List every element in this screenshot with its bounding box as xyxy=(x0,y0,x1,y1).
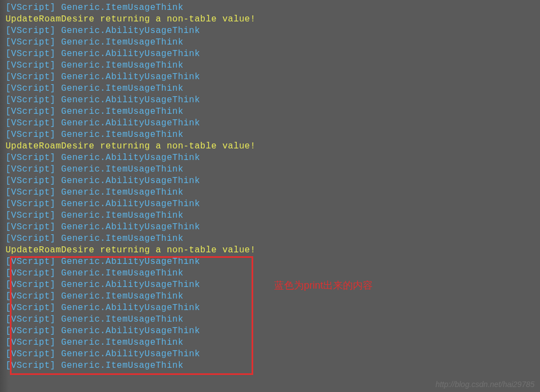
console-line: [VScript] Generic.ItemUsageThink xyxy=(6,268,540,279)
vscript-message: Generic.ItemUsageThink xyxy=(61,60,183,70)
console-line: [VScript] Generic.AbilityUsageThink xyxy=(6,71,540,83)
console-line: [VScript] Generic.AbilityUsageThink xyxy=(6,118,540,129)
vscript-message: Generic.AbilityUsageThink xyxy=(61,326,200,336)
vscript-tag: [VScript] xyxy=(6,84,56,93)
console-line: [VScript] Generic.ItemUsageThink xyxy=(6,164,540,175)
vscript-tag: [VScript] xyxy=(6,199,56,209)
vscript-tag: [VScript] xyxy=(6,257,56,267)
console-line: [VScript] Generic.AbilityUsageThink xyxy=(6,279,540,291)
console-line: [VScript] Generic.AbilityUsageThink xyxy=(6,325,540,337)
console-line: [VScript] Generic.AbilityUsageThink xyxy=(6,256,540,268)
vscript-message: Generic.AbilityUsageThink xyxy=(61,257,200,267)
vscript-tag: [VScript] xyxy=(6,222,56,232)
vscript-message: Generic.ItemUsageThink xyxy=(61,3,183,13)
console-line: [VScript] Generic.AbilityUsageThink xyxy=(6,198,540,210)
vscript-message: Generic.AbilityUsageThink xyxy=(61,26,200,36)
window-edge xyxy=(0,0,9,392)
vscript-message: Generic.ItemUsageThink xyxy=(61,314,183,324)
vscript-message: Generic.ItemUsageThink xyxy=(61,338,183,347)
vscript-tag: [VScript] xyxy=(6,176,56,186)
console-line: [VScript] Generic.AbilityUsageThink xyxy=(6,95,540,106)
vscript-tag: [VScript] xyxy=(6,349,56,359)
vscript-message: Generic.ItemUsageThink xyxy=(61,84,183,93)
console-line: [VScript] Generic.AbilityUsageThink xyxy=(6,175,540,187)
vscript-message: Generic.AbilityUsageThink xyxy=(61,176,200,186)
vscript-message: Generic.AbilityUsageThink xyxy=(61,349,200,359)
vscript-message: Generic.ItemUsageThink xyxy=(61,130,183,140)
vscript-tag: [VScript] xyxy=(6,3,56,13)
vscript-tag: [VScript] xyxy=(6,72,56,82)
console-output: [VScript] Generic.ItemUsageThinkUpdateRo… xyxy=(6,2,540,372)
annotation-text: 蓝色为print出来的内容 xyxy=(274,279,373,292)
vscript-message: Generic.ItemUsageThink xyxy=(61,268,183,278)
vscript-message: Generic.ItemUsageThink xyxy=(61,361,183,371)
warning-message: UpdateRoamDesire returning a non-table v… xyxy=(6,245,256,255)
console-line: [VScript] Generic.ItemUsageThink xyxy=(6,210,540,222)
vscript-tag: [VScript] xyxy=(6,187,56,197)
vscript-tag: [VScript] xyxy=(6,303,56,313)
console-line: [VScript] Generic.ItemUsageThink xyxy=(6,106,540,118)
vscript-tag: [VScript] xyxy=(6,164,56,174)
vscript-message: Generic.ItemUsageThink xyxy=(61,211,183,220)
console-line: [VScript] Generic.ItemUsageThink xyxy=(6,314,540,325)
console-line: [VScript] Generic.AbilityUsageThink xyxy=(6,302,540,314)
vscript-message: Generic.AbilityUsageThink xyxy=(61,222,200,232)
vscript-tag: [VScript] xyxy=(6,326,56,336)
vscript-tag: [VScript] xyxy=(6,130,56,140)
vscript-message: Generic.ItemUsageThink xyxy=(61,234,183,244)
vscript-message: Generic.AbilityUsageThink xyxy=(61,118,200,128)
console-line: UpdateRoamDesire returning a non-table v… xyxy=(6,14,540,25)
vscript-tag: [VScript] xyxy=(6,338,56,347)
vscript-tag: [VScript] xyxy=(6,60,56,70)
vscript-message: Generic.ItemUsageThink xyxy=(61,164,183,174)
vscript-message: Generic.AbilityUsageThink xyxy=(61,153,200,163)
vscript-message: Generic.AbilityUsageThink xyxy=(61,49,200,59)
vscript-message: Generic.ItemUsageThink xyxy=(61,107,183,117)
console-line: [VScript] Generic.ItemUsageThink xyxy=(6,291,540,302)
console-line: [VScript] Generic.AbilityUsageThink xyxy=(6,152,540,164)
vscript-tag: [VScript] xyxy=(6,107,56,117)
console-line: [VScript] Generic.ItemUsageThink xyxy=(6,2,540,14)
warning-message: UpdateRoamDesire returning a non-table v… xyxy=(6,14,256,24)
console-line: [VScript] Generic.ItemUsageThink xyxy=(6,37,540,48)
vscript-message: Generic.AbilityUsageThink xyxy=(61,72,200,82)
vscript-tag: [VScript] xyxy=(6,95,56,105)
vscript-tag: [VScript] xyxy=(6,234,56,244)
vscript-message: Generic.AbilityUsageThink xyxy=(61,303,200,313)
console-line: [VScript] Generic.ItemUsageThink xyxy=(6,60,540,71)
vscript-tag: [VScript] xyxy=(6,291,56,301)
console-line: [VScript] Generic.AbilityUsageThink xyxy=(6,25,540,37)
vscript-tag: [VScript] xyxy=(6,268,56,278)
vscript-tag: [VScript] xyxy=(6,280,56,290)
warning-message: UpdateRoamDesire returning a non-table v… xyxy=(6,141,256,151)
console-line: [VScript] Generic.AbilityUsageThink xyxy=(6,222,540,233)
vscript-message: Generic.AbilityUsageThink xyxy=(61,199,200,209)
console-line: [VScript] Generic.ItemUsageThink xyxy=(6,360,540,372)
console-line: [VScript] Generic.ItemUsageThink xyxy=(6,187,540,198)
vscript-tag: [VScript] xyxy=(6,361,56,371)
vscript-tag: [VScript] xyxy=(6,49,56,59)
console-line: [VScript] Generic.ItemUsageThink xyxy=(6,233,540,245)
vscript-tag: [VScript] xyxy=(6,153,56,163)
console-line: [VScript] Generic.ItemUsageThink xyxy=(6,83,540,95)
console-line: [VScript] Generic.AbilityUsageThink xyxy=(6,349,540,360)
console-line: UpdateRoamDesire returning a non-table v… xyxy=(6,141,540,152)
vscript-message: Generic.ItemUsageThink xyxy=(61,37,183,47)
console-line: [VScript] Generic.ItemUsageThink xyxy=(6,129,540,141)
console-line: UpdateRoamDesire returning a non-table v… xyxy=(6,245,540,256)
vscript-message: Generic.AbilityUsageThink xyxy=(61,95,200,105)
vscript-tag: [VScript] xyxy=(6,118,56,128)
vscript-tag: [VScript] xyxy=(6,26,56,36)
vscript-message: Generic.AbilityUsageThink xyxy=(61,280,200,290)
vscript-tag: [VScript] xyxy=(6,37,56,47)
vscript-message: Generic.ItemUsageThink xyxy=(61,291,183,301)
vscript-message: Generic.ItemUsageThink xyxy=(61,187,183,197)
console-line: [VScript] Generic.ItemUsageThink xyxy=(6,337,540,349)
vscript-tag: [VScript] xyxy=(6,314,56,324)
vscript-tag: [VScript] xyxy=(6,211,56,220)
watermark-text: http://blog.csdn.net/hai29785 xyxy=(435,380,534,389)
console-line: [VScript] Generic.AbilityUsageThink xyxy=(6,48,540,60)
